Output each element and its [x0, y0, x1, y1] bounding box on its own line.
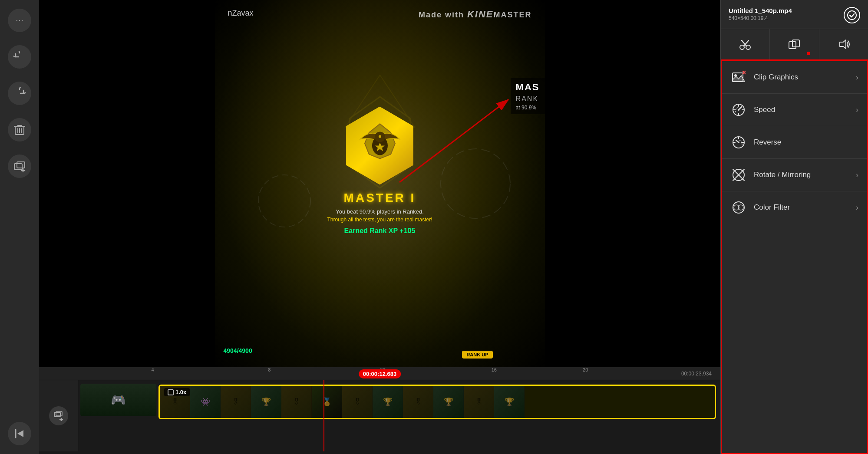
- rank-badge: MASTER I You beat 90.9% players in Ranke…: [327, 106, 432, 235]
- svg-point-35: [734, 74, 737, 77]
- end-time: 00:00:23.934: [681, 371, 712, 377]
- time-marker-16: 16: [492, 367, 497, 372]
- username-text: nZavax: [228, 9, 254, 18]
- clip-graphics-chevron: ›: [856, 73, 858, 82]
- file-name: Untitled 1_540p.mp4: [729, 7, 792, 14]
- volume-button[interactable]: [819, 29, 868, 59]
- checkmark-icon: [847, 10, 857, 20]
- reverse-icon: [730, 134, 747, 151]
- speed-label: Speed: [754, 105, 856, 114]
- pre-clip-thumbnail: 🎮: [80, 384, 156, 416]
- panel-header: Untitled 1_540p.mp4 540×540 00:19.4: [721, 0, 868, 29]
- rotate-chevron: ›: [856, 171, 858, 180]
- clip-graphics-label: Clip Graphics: [754, 73, 856, 82]
- menu-item-clip-graphics[interactable]: Clip Graphics ›: [722, 61, 867, 94]
- timeline-area: 4 8 12 16 20 00:00:12.683 00:00:23.934: [39, 367, 720, 454]
- speed-icon: [168, 389, 174, 395]
- right-panel: Untitled 1_540p.mp4 540×540 00:19.4: [720, 0, 868, 454]
- redo-icon: [13, 87, 26, 99]
- time-marker-4: 4: [151, 367, 154, 372]
- delete-icon: [14, 124, 25, 136]
- color-filter-chevron: ›: [856, 203, 858, 212]
- more-options-button[interactable]: ···: [8, 9, 31, 32]
- menu-list: Clip Graphics › Speed ›: [721, 60, 868, 454]
- watermark-text: Made with KINEMASTER: [419, 9, 532, 20]
- file-meta: 540×540 00:19.4: [729, 15, 792, 21]
- svg-rect-6: [17, 162, 25, 168]
- notification-dot: [807, 52, 810, 55]
- svg-point-25: [848, 11, 856, 20]
- speed-menu-icon: [730, 102, 747, 118]
- svg-marker-32: [840, 40, 846, 49]
- timeline-ruler: 4 8 12 16 20 00:00:12.683 00:00:23.934: [39, 367, 720, 380]
- icon-toolbar: [721, 29, 868, 60]
- rank-up-badge: RANK UP: [462, 351, 492, 359]
- video-frame: nZavax Made with KINEMASTER: [215, 0, 545, 367]
- main-content: nZavax Made with KINEMASTER: [39, 0, 720, 454]
- clip-graphics-icon: [730, 69, 747, 86]
- rank-title: MASTER I: [344, 191, 416, 205]
- menu-item-color-filter[interactable]: Color Filter ›: [722, 191, 867, 224]
- volume-icon: [837, 38, 850, 51]
- xp-progress-text: 4904/4900: [224, 347, 252, 354]
- add-layer-icon: [13, 160, 26, 172]
- svg-point-42: [738, 109, 739, 111]
- svg-rect-5: [14, 164, 22, 170]
- skip-start-icon: [14, 428, 25, 439]
- menu-item-speed[interactable]: Speed ›: [722, 94, 867, 126]
- rank-subtitle2: Through all the tests, you are the real …: [327, 217, 432, 223]
- svg-point-18: [379, 135, 381, 138]
- duplicate-button[interactable]: [770, 29, 819, 59]
- more-options-icon: ···: [16, 15, 23, 26]
- rotate-icon: [730, 167, 747, 183]
- undo-icon: [13, 51, 26, 63]
- playhead[interactable]: [323, 380, 324, 451]
- redo-button[interactable]: [8, 82, 31, 105]
- menu-item-rotate[interactable]: Rotate / Mirroring ›: [722, 159, 867, 191]
- reverse-label: Reverse: [754, 138, 858, 147]
- confirm-button[interactable]: [844, 7, 860, 23]
- eagle-badge-icon: [352, 117, 408, 174]
- video-preview: nZavax Made with KINEMASTER: [39, 0, 720, 367]
- svg-rect-24: [168, 390, 173, 395]
- speed-badge: 1.0x: [164, 388, 190, 396]
- left-sidebar: ···: [0, 0, 39, 454]
- duplicate-icon: [788, 38, 801, 51]
- time-marker-20: 20: [583, 367, 588, 372]
- undo-button[interactable]: [8, 45, 31, 69]
- add-track-button[interactable]: [49, 406, 68, 425]
- add-layer-button[interactable]: [8, 155, 31, 178]
- menu-item-reverse[interactable]: Reverse: [722, 126, 867, 159]
- rank-subtitle1: You beat 90.9% players in Ranked.: [336, 208, 424, 215]
- scissors-button[interactable]: [721, 29, 770, 59]
- svg-point-13: [258, 175, 310, 227]
- skip-to-start-button[interactable]: [8, 422, 31, 445]
- current-time-badge: 00:00:12.683: [359, 369, 401, 378]
- delete-button[interactable]: [8, 118, 31, 141]
- add-track-icon: [53, 411, 64, 421]
- time-marker-8: 8: [268, 367, 271, 372]
- filmstrip: 🎖 👾 🎖 🏆 🎖 🏅 🎖 🏆 🎖 🏆 🎖 🏆: [160, 386, 715, 418]
- main-clip-track[interactable]: 1.0x 🎖 👾 🎖 🏆 🎖 🏅 🎖 🏆 🎖 �: [158, 385, 716, 419]
- timeline-controls: [39, 380, 78, 451]
- speed-chevron: ›: [856, 105, 858, 115]
- color-filter-label: Color Filter: [754, 203, 856, 212]
- svg-point-12: [441, 149, 510, 218]
- rotate-label: Rotate / Mirroring: [754, 171, 856, 179]
- scissors-icon: [739, 38, 752, 51]
- earned-xp-text: Earned Rank XP +105: [344, 227, 416, 235]
- svg-point-48: [738, 141, 739, 143]
- color-filter-icon: [730, 199, 747, 216]
